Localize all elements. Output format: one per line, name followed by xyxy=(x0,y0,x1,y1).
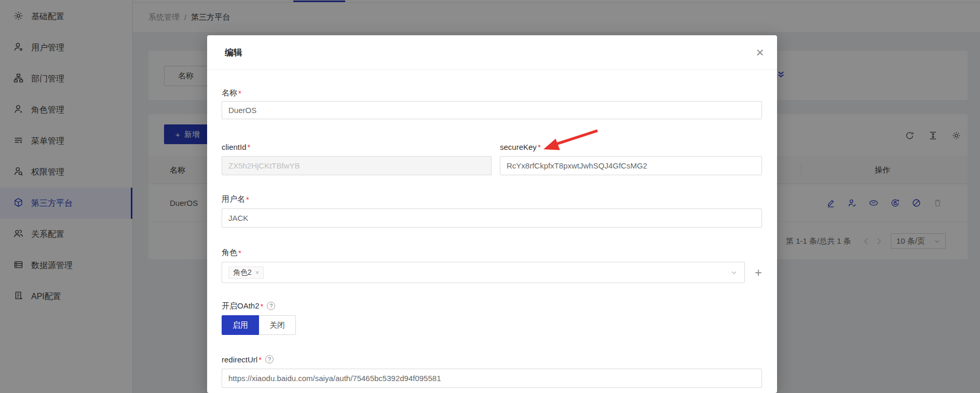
required-asterisk: * xyxy=(538,143,541,151)
required-asterisk: * xyxy=(258,355,262,364)
field-role: 角色* 角色2 × + xyxy=(222,247,762,283)
field-name-label: 名称* xyxy=(222,88,762,98)
edit-modal: 编辑 × 名称* clientId* secureKey* xyxy=(207,35,777,393)
help-question-icon: ? xyxy=(267,302,275,310)
field-name: 名称* xyxy=(222,88,762,119)
required-asterisk: * xyxy=(238,89,241,97)
role-tag: 角色2 × xyxy=(228,266,264,279)
oauth2-enable-button[interactable]: 启用 xyxy=(222,315,259,335)
required-asterisk: * xyxy=(261,302,264,311)
required-asterisk: * xyxy=(246,195,249,204)
username-input[interactable] xyxy=(222,208,762,228)
field-client-id-label: clientId* xyxy=(222,142,492,152)
add-role-plus-icon[interactable]: + xyxy=(755,266,762,279)
field-redirect-url: redirectUrl* ? xyxy=(222,354,762,388)
field-secure-key-label: secureKey* xyxy=(500,142,762,152)
tag-close-icon[interactable]: × xyxy=(255,269,260,276)
role-multiselect[interactable]: 角色2 × xyxy=(222,262,745,283)
field-secure-key: secureKey* xyxy=(500,142,762,175)
field-oauth2: 开启OAth2* ? 启用 关闭 xyxy=(222,301,762,335)
field-oauth2-label: 开启OAth2* ? xyxy=(222,301,762,311)
modal-header: 编辑 xyxy=(207,35,777,70)
redirect-url-input[interactable] xyxy=(222,369,762,388)
help-question-icon: ? xyxy=(265,355,274,363)
field-row-credentials: clientId* secureKey* xyxy=(222,142,762,175)
chevron-down-icon xyxy=(730,269,738,276)
close-icon[interactable]: × xyxy=(743,35,777,70)
field-username: 用户名* xyxy=(222,194,762,228)
field-redirect-url-label: redirectUrl* ? xyxy=(222,354,762,364)
oauth2-toggle-group: 启用 关闭 xyxy=(222,315,296,335)
oauth2-disable-button[interactable]: 关闭 xyxy=(259,315,296,335)
required-asterisk: * xyxy=(238,248,241,257)
app-root: 系统管理 / 第三方平台 基础配置 用户管理 部门管理 角色管理 菜单管理 权限… xyxy=(0,0,980,393)
secure-key-input[interactable] xyxy=(500,156,762,175)
role-tag-label: 角色2 xyxy=(233,268,252,277)
required-asterisk: * xyxy=(248,143,251,151)
field-client-id: clientId* xyxy=(222,142,492,175)
client-id-input xyxy=(222,156,492,175)
modal-title: 编辑 xyxy=(225,47,242,59)
name-input[interactable] xyxy=(222,101,762,119)
field-role-label: 角色* xyxy=(222,247,762,258)
field-username-label: 用户名* xyxy=(222,194,762,204)
